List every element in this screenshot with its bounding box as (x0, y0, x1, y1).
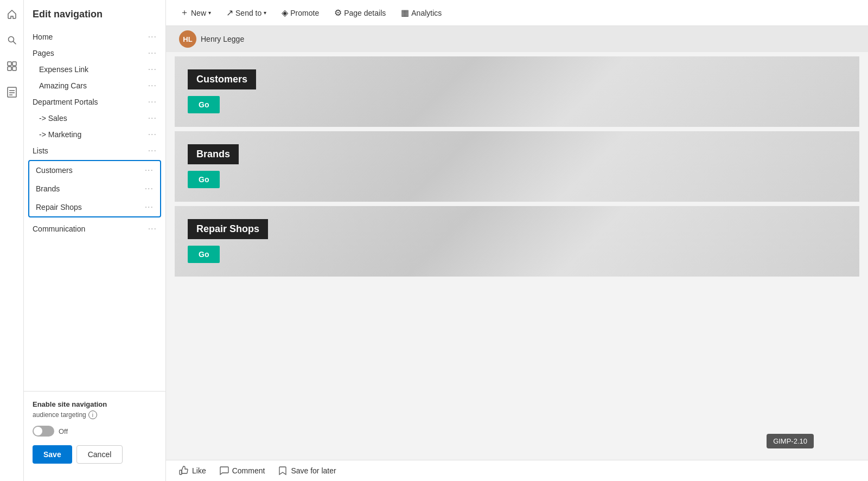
nav-item-department-portals[interactable]: Department Portals ··· (24, 94, 165, 110)
save-button[interactable]: Save (33, 445, 72, 464)
nav-item-marketing-dots[interactable]: ··· (148, 130, 157, 139)
nav-item-pages-dots[interactable]: ··· (148, 48, 157, 58)
nav-bottom-section: Enable site navigation audience targetin… (24, 391, 165, 472)
analytics-button[interactable]: ▦ Analytics (395, 4, 447, 21)
nav-item-pages[interactable]: Pages ··· (24, 45, 165, 61)
gimp-badge: GIMP-2.10 (767, 434, 814, 448)
nav-item-home[interactable]: Home ··· (24, 29, 165, 45)
send-icon: ↗ (226, 8, 233, 18)
svg-rect-10 (180, 470, 182, 474)
nav-item-communication-dots[interactable]: ··· (148, 224, 157, 234)
cancel-button[interactable]: Cancel (76, 445, 123, 464)
promote-button[interactable]: ◈ Promote (276, 4, 324, 21)
enable-targeting-toggle[interactable] (33, 426, 54, 437)
like-icon (179, 466, 189, 476)
save-for-later-action[interactable]: Save for later (278, 466, 336, 476)
page-details-button[interactable]: ⚙ Page details (329, 4, 391, 21)
svg-rect-2 (8, 62, 11, 66)
info-icon[interactable]: i (88, 411, 97, 419)
nav-panel: Edit navigation Home ··· Pages ··· Expen… (24, 0, 166, 481)
brands-go-button[interactable]: Go (188, 171, 220, 188)
comment-action[interactable]: Comment (219, 466, 265, 476)
repair-shops-go-button[interactable]: Go (188, 246, 220, 263)
enable-targeting-sub: audience targeting i (33, 411, 157, 419)
svg-rect-3 (12, 62, 16, 66)
nav-item-marketing[interactable]: -> Marketing ··· (24, 126, 165, 143)
grid-icon[interactable] (3, 57, 21, 75)
search-icon[interactable] (3, 31, 21, 49)
nav-item-expenses-dots[interactable]: ··· (148, 65, 157, 74)
main-content: ＋ New ▾ ↗ Send to ▾ ◈ Promote ⚙ Page det… (166, 0, 868, 481)
chevron-down-icon: ▾ (208, 10, 211, 16)
svg-rect-4 (8, 67, 11, 70)
customers-card-label: Customers (188, 69, 256, 89)
send-chevron-icon: ▾ (264, 10, 266, 16)
nav-item-lists[interactable]: Lists ··· (24, 143, 165, 159)
toggle-row: Off (33, 426, 157, 437)
nav-item-dept-dots[interactable]: ··· (148, 97, 157, 107)
toggle-state-label: Off (59, 427, 68, 435)
lists-group: Customers ··· Brands ··· Repair Shops ··… (28, 160, 161, 217)
save-later-icon (278, 466, 288, 476)
nav-item-sales[interactable]: -> Sales ··· (24, 110, 165, 126)
new-button[interactable]: ＋ New ▾ (175, 4, 216, 22)
content-area: HL Henry Legge Customers Go Brands Go Re… (166, 26, 868, 460)
plus-icon: ＋ (180, 7, 189, 18)
nav-item-brands-dots[interactable]: ··· (145, 184, 154, 194)
bottom-bar: Like Comment Save for later (166, 460, 868, 481)
nav-item-customers-dots[interactable]: ··· (145, 165, 154, 175)
nav-item-home-dots[interactable]: ··· (148, 32, 157, 42)
user-name: Henry Legge (201, 35, 244, 43)
promote-icon: ◈ (282, 8, 288, 18)
nav-item-repair-shops[interactable]: Repair Shops ··· (29, 198, 160, 216)
brands-card-label: Brands (188, 144, 239, 164)
send-to-button[interactable]: ↗ Send to ▾ (221, 4, 272, 21)
user-header: HL Henry Legge (166, 26, 868, 52)
home-icon[interactable] (3, 5, 21, 23)
cards-container: Customers Go Brands Go Repair Shops Go (166, 52, 868, 285)
save-cancel-row: Save Cancel (33, 445, 157, 464)
nav-item-expenses-link[interactable]: Expenses Link ··· (24, 61, 165, 78)
nav-item-customers[interactable]: Customers ··· (29, 161, 160, 179)
nav-item-amazing-cars-dots[interactable]: ··· (148, 81, 157, 91)
nav-item-amazing-cars[interactable]: Amazing Cars ··· (24, 78, 165, 94)
svg-line-1 (13, 42, 16, 44)
nav-item-sales-dots[interactable]: ··· (148, 113, 157, 123)
repair-shops-card-label: Repair Shops (188, 219, 268, 239)
analytics-icon: ▦ (401, 8, 409, 18)
enable-targeting-label: Enable site navigation (33, 400, 157, 408)
svg-rect-6 (8, 87, 16, 97)
page-details-icon: ⚙ (334, 8, 342, 18)
document-icon[interactable] (3, 84, 21, 101)
avatar: HL (179, 30, 196, 48)
nav-item-repair-shops-dots[interactable]: ··· (145, 202, 154, 212)
customers-card: Customers Go (175, 56, 859, 127)
nav-item-brands[interactable]: Brands ··· (29, 179, 160, 198)
like-action[interactable]: Like (179, 466, 206, 476)
nav-panel-title: Edit navigation (24, 9, 165, 29)
nav-item-lists-dots[interactable]: ··· (148, 146, 157, 156)
nav-item-communication[interactable]: Communication ··· (24, 221, 165, 237)
customers-go-button[interactable]: Go (188, 96, 220, 113)
comment-icon (219, 466, 229, 476)
repair-shops-card: Repair Shops Go (175, 206, 859, 277)
icon-bar (0, 0, 24, 481)
toolbar: ＋ New ▾ ↗ Send to ▾ ◈ Promote ⚙ Page det… (166, 0, 868, 26)
svg-rect-5 (12, 67, 16, 70)
brands-card: Brands Go (175, 131, 859, 202)
